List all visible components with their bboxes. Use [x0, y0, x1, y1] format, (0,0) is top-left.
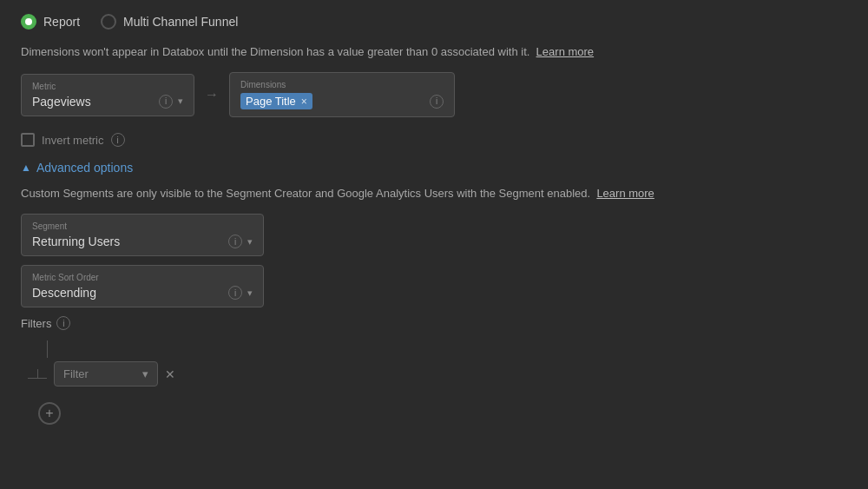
dimensions-label: Dimensions	[240, 80, 444, 89]
info-banner-text: Dimensions won't appear in Databox until…	[21, 45, 529, 58]
segment-info-text: Custom Segments are only visible to the …	[21, 187, 590, 200]
filter-close-icon[interactable]: ✕	[165, 367, 175, 381]
metric-sort-order-label: Metric Sort Order	[32, 273, 253, 282]
dimension-tags: Page Title ×	[240, 93, 312, 109]
segment-label: Segment	[32, 221, 253, 231]
report-radio[interactable]	[21, 14, 36, 30]
info-banner: Dimensions won't appear in Databox until…	[21, 45, 847, 58]
report-option[interactable]: Report	[21, 14, 80, 30]
invert-metric-row: Invert metric i	[21, 133, 847, 147]
sort-order-chevron-icon[interactable]: ▾	[247, 287, 253, 299]
metric-controls: i ▾	[159, 95, 183, 109]
page-title-tag[interactable]: Page Title ×	[240, 93, 312, 109]
page-title-close-icon[interactable]: ×	[301, 96, 307, 108]
filter-chevron-icon[interactable]: ▾	[142, 367, 148, 380]
invert-metric-checkbox[interactable]	[21, 133, 35, 147]
add-filter-button[interactable]: +	[38, 402, 61, 425]
metric-field[interactable]: Metric Pageviews i ▾	[21, 74, 194, 116]
segment-info-banner: Custom Segments are only visible to the …	[21, 187, 847, 200]
invert-metric-label: Invert metric	[42, 134, 104, 147]
filters-label-row: Filters i	[21, 316, 847, 330]
metric-sort-order-field[interactable]: Metric Sort Order Descending i ▾	[21, 265, 264, 307]
multi-channel-option[interactable]: Multi Channel Funnel	[101, 14, 238, 30]
advanced-options-toggle[interactable]: ▲ Advanced options	[21, 161, 847, 175]
filters-info-icon[interactable]: i	[56, 316, 70, 330]
filters-label-text: Filters	[21, 317, 51, 330]
metric-value-row: Pageviews i ▾	[32, 95, 183, 109]
metric-sort-order-value: Descending	[32, 286, 96, 300]
arrow-connector-icon: →	[205, 87, 219, 102]
multi-channel-radio[interactable]	[101, 14, 116, 30]
segment-value-row: Returning Users i ▾	[32, 235, 253, 248]
multi-channel-label: Multi Channel Funnel	[123, 15, 238, 29]
segment-field[interactable]: Segment Returning Users i ▾	[21, 214, 264, 256]
report-label: Report	[43, 15, 80, 29]
metric-value: Pageviews	[32, 95, 91, 109]
dimensions-field[interactable]: Dimensions Page Title × i	[229, 72, 455, 117]
report-type-selector: Report Multi Channel Funnel	[21, 14, 847, 30]
invert-metric-info-icon[interactable]: i	[111, 133, 125, 147]
segment-info-icon[interactable]: i	[228, 235, 242, 248]
segment-chevron-icon[interactable]: ▾	[247, 236, 253, 248]
filter-select[interactable]: Filter ▾	[54, 361, 158, 387]
learn-more-link-top[interactable]: Learn more	[536, 45, 594, 58]
metric-dimensions-row: Metric Pageviews i ▾ → Dimensions Page T…	[21, 72, 847, 117]
dimensions-value-row: Page Title × i	[240, 93, 444, 109]
filters-section: Filters i Filter ▾ ✕	[21, 316, 847, 425]
metric-info-icon[interactable]: i	[159, 95, 173, 109]
metric-sort-order-value-row: Descending i ▾	[32, 286, 253, 300]
page-title-tag-text: Page Title	[246, 95, 296, 108]
segment-value: Returning Users	[32, 235, 120, 248]
advanced-options-chevron-icon: ▲	[21, 162, 31, 174]
advanced-options-label: Advanced options	[36, 161, 133, 175]
dimensions-info-icon[interactable]: i	[430, 95, 444, 109]
learn-more-link-segment[interactable]: Learn more	[596, 187, 654, 200]
sort-order-info-icon[interactable]: i	[228, 286, 242, 300]
filter-placeholder: Filter	[63, 367, 89, 380]
metric-label: Metric	[32, 82, 183, 91]
metric-chevron-icon[interactable]: ▾	[178, 96, 183, 107]
